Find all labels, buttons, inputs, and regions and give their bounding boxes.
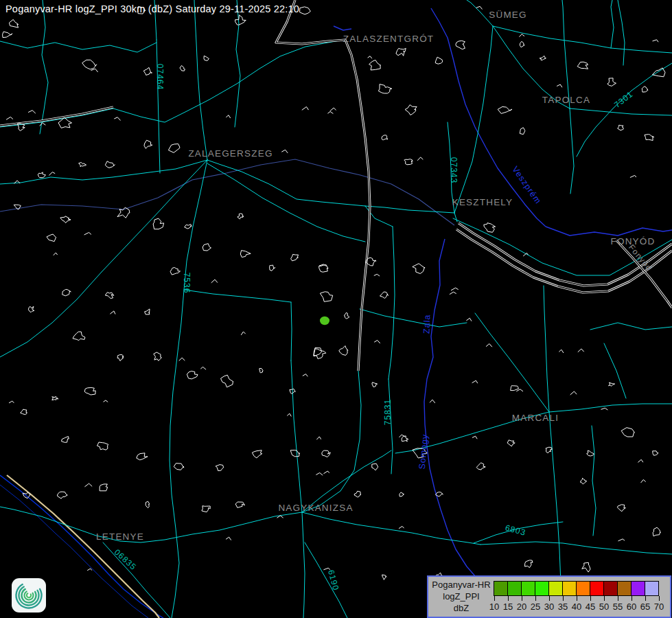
- settlement-outline: [204, 56, 209, 60]
- settlement-outline: [345, 312, 349, 319]
- city-label: NAGYKANIZSA: [278, 503, 353, 513]
- road-line: [302, 371, 361, 512]
- settlement-outline: [319, 265, 329, 273]
- settlement-outline: [252, 450, 262, 458]
- hamlet-mark: [323, 568, 330, 570]
- settlement-outline: [621, 428, 634, 437]
- road-line: [40, 0, 48, 134]
- settlement-outline: [404, 159, 413, 165]
- settlement-outline: [645, 135, 654, 141]
- city-label: TAPOLCA: [542, 95, 590, 105]
- legend-swatch: [645, 581, 659, 596]
- settlement-outline: [382, 135, 388, 140]
- hamlet-mark: [472, 380, 478, 383]
- settlement-outline: [28, 306, 34, 312]
- hamlet-mark: [519, 34, 524, 37]
- legend-radar-name: Poganyvar-HR: [430, 579, 493, 591]
- settlement-outline: [382, 575, 386, 580]
- settlement-outline: [587, 450, 594, 456]
- road-line: [570, 108, 672, 115]
- hamlet-mark: [316, 473, 323, 476]
- legend-swatch: [521, 581, 535, 596]
- road-line: [577, 63, 672, 157]
- major-road-core: [276, 0, 370, 371]
- settlement-outline: [185, 225, 192, 229]
- hamlet-mark: [450, 292, 456, 295]
- settlement-outline: [73, 332, 85, 341]
- legend-tick-mark: [618, 596, 618, 601]
- road-line: [454, 213, 457, 222]
- settlement-outline: [216, 465, 224, 471]
- city-label: ZALASZENTGRÓT: [343, 34, 435, 44]
- hamlet-mark: [399, 435, 406, 437]
- road-line: [235, 0, 240, 127]
- legend-tick-mark: [604, 596, 605, 601]
- road-line: [549, 404, 672, 412]
- settlement-outline: [484, 223, 496, 233]
- settlement-outline: [476, 463, 485, 470]
- settlement-outline: [372, 464, 378, 470]
- settlement-outline: [117, 207, 130, 218]
- legend-tick-mark: [494, 596, 495, 601]
- met-spiral-logo: [12, 578, 46, 613]
- legend-swatch: [631, 581, 645, 596]
- hamlet-mark: [316, 437, 321, 439]
- hamlet-mark: [399, 526, 404, 528]
- road-line: [365, 206, 454, 213]
- settlement-outline: [84, 388, 95, 396]
- settlement-outline: [456, 41, 465, 49]
- settlement-outline: [653, 451, 658, 455]
- settlement-outline: [498, 106, 512, 113]
- hamlet-mark: [110, 311, 115, 314]
- settlement-outline: [380, 292, 389, 298]
- settlement-outline: [405, 105, 417, 115]
- hamlet-mark: [87, 569, 92, 571]
- legend-swatch: [562, 581, 577, 596]
- major-road-line: [0, 107, 113, 126]
- radar-echo-dot: [320, 317, 329, 325]
- settlement-outline: [653, 527, 660, 536]
- hamlet-mark: [472, 436, 477, 439]
- settlement-outline: [435, 57, 442, 64]
- legend-swatch: [603, 581, 618, 596]
- settlement-outline: [270, 265, 275, 271]
- hamlet-mark: [226, 537, 231, 540]
- legend-tick-mark: [508, 596, 509, 601]
- road-line: [611, 0, 614, 48]
- road-number-label: 75831: [383, 399, 393, 425]
- city-label: ZALAEGERSZEG: [188, 148, 273, 159]
- settlement-outline: [642, 87, 648, 92]
- county-border-line: [424, 239, 542, 618]
- settlement-outline: [399, 492, 404, 496]
- hamlet-mark: [49, 172, 55, 176]
- settlement-outline: [117, 355, 124, 361]
- settlement-outline: [339, 346, 348, 356]
- hamlet-mark: [281, 150, 288, 153]
- legend-tick-mark: [535, 596, 536, 601]
- road-line: [604, 343, 626, 398]
- hamlet-mark: [104, 400, 108, 402]
- hamlet-mark: [114, 117, 120, 121]
- settlement-outline: [105, 161, 115, 168]
- hamlet-mark: [302, 107, 309, 111]
- road-line: [389, 227, 395, 379]
- road-line: [475, 313, 549, 412]
- hamlet-mark: [91, 69, 97, 72]
- legend-tick-mark: [522, 596, 522, 601]
- settlement-outline: [354, 491, 360, 497]
- hamlet-mark: [578, 349, 584, 352]
- settlement-outline: [520, 128, 525, 135]
- legend-swatch: [576, 581, 590, 596]
- road-number-label: 06835: [113, 547, 139, 572]
- settlement-outline: [507, 440, 515, 446]
- legend-title-block: Poganyvar-HR logZ_PPI dbZ: [430, 579, 493, 614]
- road-line: [389, 379, 393, 474]
- settlement-outline: [146, 501, 150, 507]
- hamlet-mark: [486, 344, 492, 347]
- hamlet-mark: [84, 233, 91, 236]
- roads-group: [0, 0, 672, 618]
- city-label: KESZTHELY: [452, 197, 513, 207]
- settlement-outline: [180, 65, 185, 71]
- hamlet-mark: [641, 480, 646, 483]
- settlement-outline: [60, 216, 71, 223]
